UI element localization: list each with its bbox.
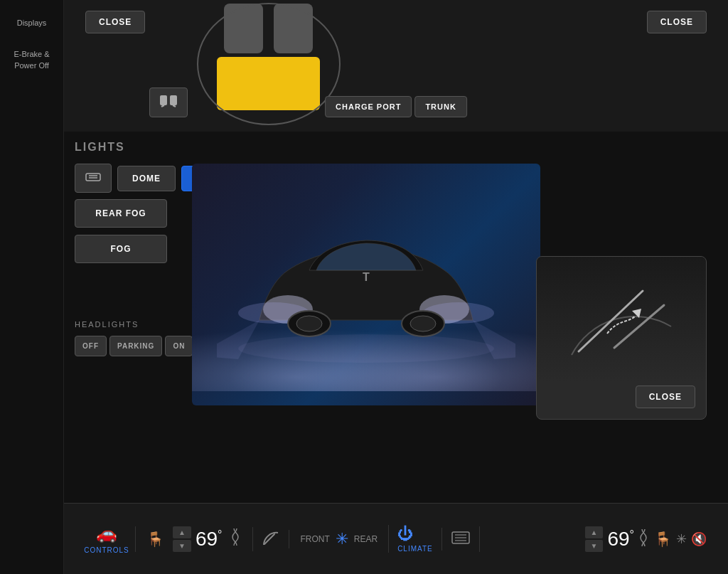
left-temp-up-button[interactable]: ▲ [173,526,191,538]
controls-car-icon: 🚗 [96,523,117,543]
controls-label: CONTROLS [84,546,129,554]
seat-icon-right: 🪑 [654,531,672,548]
svg-line-7 [173,105,176,107]
heat-icon-left [230,527,242,551]
car-image-background: T [192,164,540,405]
svg-rect-4 [160,95,167,105]
svg-rect-5 [170,95,177,105]
sidebar-item-ebrake[interactable]: E-Brake &Power Off [0,38,63,82]
lights-title: LIGHTS [75,141,125,154]
front-label: FRONT [300,534,329,544]
right-temp-arrows: ▲ ▼ [585,526,604,552]
fog-buttons: REAR FOG FOG [75,199,167,270]
right-temp-down-button[interactable]: ▼ [585,540,604,552]
wiper-icon-bottom [252,527,289,551]
svg-line-6 [161,105,164,107]
popup-close-button[interactable]: CLOSE [636,386,695,408]
climate-power-section: ⏻ CLIMATE [388,525,441,553]
fan-icon: ✳ [336,530,348,548]
popup-content [537,257,706,381]
fan-icon-right: ✳ [676,531,687,547]
sidebar-item-displays[interactable]: Displays [0,7,63,38]
headlight-parking-button[interactable]: PARKING [109,336,162,356]
car-top-section: CLOSE CLOSE CHARGE PORT TRUNK [64,0,728,132]
svg-text:T: T [363,271,370,283]
rear-heat-icon-section [441,528,479,551]
heat-icon-right [638,528,650,551]
left-temp-display: 69° [196,528,223,551]
controls-section: 🚗 CONTROLS [78,523,135,554]
svg-rect-0 [224,4,263,53]
trunk-button[interactable]: TRUNK [414,96,467,117]
fog-button[interactable]: FOG [75,235,167,263]
left-temp-down-button[interactable]: ▼ [173,540,191,552]
right-climate-controls: ▲ ▼ 69° 🪑 ✳ 🔇 [479,526,714,552]
climate-bar: 🚗 CONTROLS 🪑 ▲ ▼ 69° [64,503,728,574]
fan-section: FRONT ✳ REAR [289,530,388,548]
main-content: CLOSE CLOSE CHARGE PORT TRUNK LIG [64,0,728,574]
light-icon-button[interactable] [75,164,112,193]
dome-button[interactable]: DOME [117,166,176,191]
wiper-svg [557,270,685,369]
close-button-top-right[interactable]: CLOSE [647,11,707,33]
climate-label: CLIMATE [397,545,433,553]
charge-port-button[interactable]: CHARGE PORT [325,96,412,117]
svg-line-25 [579,291,643,351]
svg-rect-1 [274,4,313,53]
svg-rect-8 [86,174,100,181]
left-temp-arrows: ▲ ▼ [173,526,191,552]
car-image-area: T [192,164,540,405]
right-temp-display: 69° [607,528,634,551]
rear-defrost-icon [451,528,471,548]
fold-seats-button[interactable] [149,87,188,117]
left-climate-group: 🪑 ▲ ▼ 69° [135,526,252,552]
wiper-popup: ✕ CLOSE [536,256,707,420]
charge-trunk-area: CHARGE PORT TRUNK [325,96,467,117]
headlight-glow [192,320,540,391]
volume-icon[interactable]: 🔇 [691,531,707,547]
sidebar: Displays E-Brake &Power Off [0,0,64,574]
headlight-off-button[interactable]: OFF [75,336,107,356]
rear-fog-button[interactable]: REAR FOG [75,199,167,228]
svg-rect-2 [217,57,320,110]
headlight-on-button[interactable]: ON [165,336,193,356]
right-temp-up-button[interactable]: ▲ [585,526,604,538]
rear-label: REAR [354,534,378,544]
seat-icon-left: 🪑 [146,531,164,548]
climate-power-icon[interactable]: ⏻ [397,525,433,543]
